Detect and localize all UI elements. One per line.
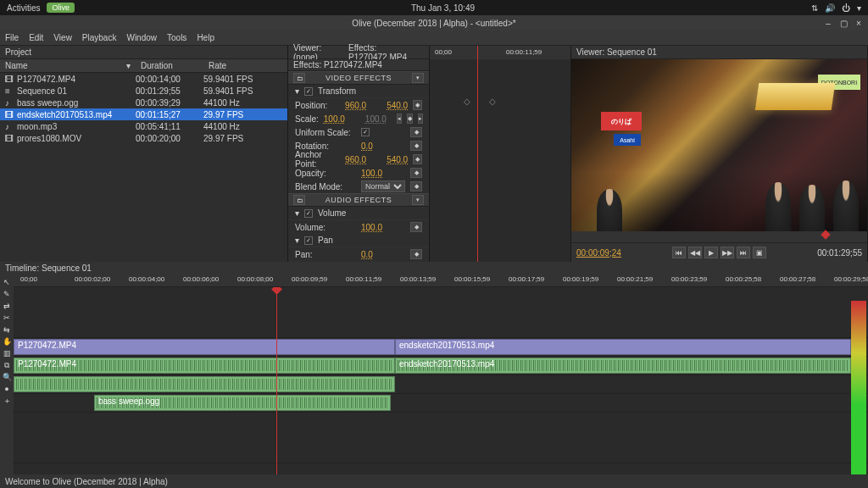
col-duration[interactable]: Duration	[136, 59, 203, 72]
activities-button[interactable]: Activities	[7, 3, 40, 13]
keyframe-diamond-icon[interactable]: ◇	[489, 97, 496, 106]
rotation-label: Rotation:	[295, 141, 356, 151]
clip-audio[interactable]: bass sweep.ogg	[94, 395, 391, 411]
project-list[interactable]: 🎞P1270472.MP400:00:14;0059.9401 FPS≡Sequ…	[0, 73, 287, 262]
project-row[interactable]: ♪moon.mp300:05:41;1144100 Hz	[0, 120, 287, 132]
viewer-playhead-marker[interactable]	[821, 230, 830, 239]
timeline-tracks[interactable]: P1270472.MP4 endsketch20170513.mp4 P1270…	[14, 287, 868, 474]
volume-icon[interactable]: 🔊	[825, 3, 835, 13]
keyframe-icon[interactable]: ◆	[410, 249, 422, 259]
volume-enable[interactable]: ✓	[304, 209, 313, 218]
slip-tool[interactable]: ⇆	[2, 324, 12, 335]
edit-tool[interactable]: ✎	[2, 289, 12, 299]
viewer-tc-current[interactable]: 00:00:09;24	[576, 248, 621, 258]
clip-video[interactable]: P1270472.MP4	[14, 339, 395, 355]
statusbar: Welcome to Olive (December 2018 | Alpha)	[0, 474, 868, 488]
project-row[interactable]: 🎞endsketch20170513.mp400:01:15;2729.97 F…	[0, 108, 287, 120]
keyframe-diamond-icon[interactable]: ◇	[464, 97, 470, 106]
minimize-button[interactable]: –	[824, 19, 832, 28]
close-button[interactable]: ×	[854, 19, 863, 28]
play-button[interactable]: ▶	[704, 247, 718, 258]
keyframe-icon[interactable]: ◆	[410, 141, 422, 151]
anchor-y[interactable]: 540.0	[387, 155, 408, 164]
audio-track-3[interactable]: bass sweep.ogg	[14, 394, 868, 413]
menu-window[interactable]: Window	[126, 33, 157, 42]
position-y[interactable]: 540.0	[387, 101, 408, 110]
folder-icon[interactable]: 🗀	[293, 73, 305, 83]
timeline-playhead[interactable]	[276, 287, 277, 474]
razor-tool[interactable]: ✂	[2, 313, 12, 323]
col-name[interactable]: Name▾	[0, 59, 136, 72]
goto-end-button[interactable]: ⏭	[737, 247, 750, 258]
transform-enable[interactable]: ✓	[304, 87, 313, 96]
folder-icon[interactable]: 🗀	[293, 195, 305, 205]
app-indicator[interactable]: Olive	[47, 3, 75, 13]
kf-toggle-icon[interactable]: ◆	[407, 114, 413, 124]
volume-value[interactable]: 100.0	[361, 223, 382, 232]
keyframe-icon[interactable]: ◆	[413, 100, 422, 110]
ripple-tool[interactable]: ⇄	[2, 301, 12, 311]
menu-view[interactable]: View	[53, 33, 72, 42]
audio-track-2[interactable]	[14, 375, 868, 394]
menu-playback[interactable]: Playback	[82, 33, 117, 42]
pan-enable[interactable]: ✓	[304, 236, 313, 245]
forward-button[interactable]: ▶▶	[721, 247, 734, 258]
clip-audio[interactable]: P1270472.MP4	[14, 358, 395, 374]
rotation-value[interactable]: 0.0	[361, 141, 373, 151]
col-rate[interactable]: Rate	[203, 59, 231, 72]
audio-track-1[interactable]: P1270472.MP4 endsketch20170513.mp4	[14, 357, 868, 375]
keyframe-icon[interactable]: ◆	[410, 181, 422, 191]
zoom-tool[interactable]: 🔍	[2, 372, 12, 382]
uniform-check[interactable]: ✓	[361, 128, 370, 136]
menu-tools[interactable]: Tools	[167, 33, 186, 42]
goto-start-button[interactable]: ⏮	[672, 247, 686, 258]
keyframe-icon[interactable]: ◆	[413, 154, 422, 164]
viewer-canvas[interactable]: DOTONBORI のりば Asahi	[571, 59, 867, 231]
keyframe-area[interactable]: 00;00 00:00:11;59 ◇ ◇	[429, 46, 570, 262]
rewind-button[interactable]: ◀◀	[688, 247, 702, 258]
menu-caret-icon[interactable]: ▾	[857, 3, 861, 13]
clip-audio[interactable]	[14, 376, 395, 392]
position-x[interactable]: 960.0	[345, 101, 366, 110]
project-row[interactable]: 🎞prores1080.MOV00:00:20;0029.97 FPS	[0, 132, 287, 144]
prev-kf-icon[interactable]: ◂	[397, 114, 402, 124]
clock[interactable]: Thu Jan 3, 10:49	[411, 3, 475, 13]
next-kf-icon[interactable]: ▸	[418, 114, 423, 124]
collapse-icon[interactable]: ▾	[295, 86, 299, 96]
project-row[interactable]: ♪bass sweep.ogg00:00:39;2944100 Hz	[0, 97, 287, 108]
scale-x[interactable]: 100.0	[324, 114, 345, 124]
opacity-value[interactable]: 100.0	[361, 169, 382, 178]
effects-playhead[interactable]	[477, 46, 478, 262]
keyframe-ruler[interactable]: 00;00 00:00:11;59	[430, 46, 570, 59]
add-effect-icon[interactable]: ▾	[412, 195, 424, 205]
maximize-button[interactable]: ▢	[839, 19, 848, 28]
snap-toggle[interactable]: ⧉	[2, 360, 12, 370]
pan-value[interactable]: 0.0	[361, 250, 373, 259]
hand-tool[interactable]: ✋	[2, 336, 12, 347]
blend-select[interactable]: Normal	[361, 180, 405, 192]
menu-file[interactable]: File	[5, 33, 19, 42]
timeline-ruler[interactable]: 00;0000:00:02;0000:00:04;0000:00:06;0000…	[14, 274, 868, 287]
menu-help[interactable]: Help	[197, 33, 214, 42]
record-button[interactable]: ▣	[753, 247, 766, 258]
collapse-icon[interactable]: ▾	[295, 236, 299, 245]
collapse-icon[interactable]: ▾	[295, 208, 299, 218]
pointer-tool[interactable]: ↖	[2, 277, 12, 287]
clip-video[interactable]: endsketch20170513.mp4	[395, 339, 851, 355]
menu-edit[interactable]: Edit	[29, 33, 43, 42]
network-icon[interactable]: ⇅	[811, 3, 818, 13]
project-row[interactable]: 🎞P1270472.MP400:00:14;0059.9401 FPS	[0, 73, 287, 85]
anchor-x[interactable]: 960.0	[345, 155, 366, 164]
transition-tool[interactable]: ▥	[2, 348, 12, 358]
viewer-ruler[interactable]	[571, 231, 867, 243]
power-icon[interactable]: ⏻	[842, 3, 850, 13]
record-tool[interactable]: ●	[2, 384, 12, 394]
clip-audio[interactable]: endsketch20170513.mp4	[395, 358, 851, 374]
keyframe-icon[interactable]: ◆	[410, 222, 422, 232]
add-tool[interactable]: ＋	[2, 396, 12, 406]
project-row[interactable]: ≡Sequence 0100:01:29;5559.9401 FPS	[0, 85, 287, 97]
video-track-1[interactable]: P1270472.MP4 endsketch20170513.mp4	[14, 338, 868, 357]
keyframe-icon[interactable]: ◆	[410, 127, 422, 137]
add-effect-icon[interactable]: ▾	[412, 73, 424, 83]
keyframe-icon[interactable]: ◆	[410, 168, 422, 178]
